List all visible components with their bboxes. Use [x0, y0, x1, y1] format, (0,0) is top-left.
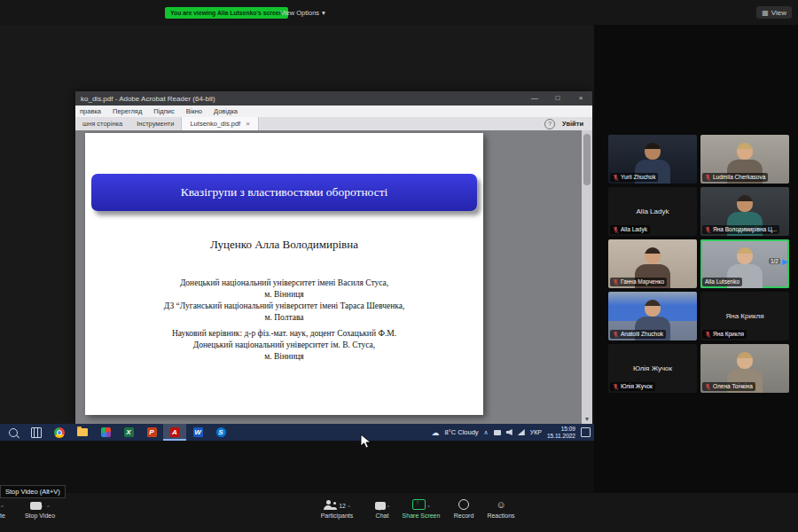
affiliation-line: Донецький національний університет імені…	[85, 278, 483, 289]
chevron-up-icon[interactable]: ^	[1, 505, 4, 510]
camera-tray-icon[interactable]	[494, 430, 501, 435]
file-explorer-icon[interactable]	[71, 424, 94, 441]
time-text: 15:09	[547, 426, 575, 433]
mute-button[interactable]: ^ Mute	[0, 498, 16, 519]
participant-tile[interactable]: Яна Крикля Яна Крикля	[700, 292, 789, 340]
participant-tile[interactable]: Олена Тоічкіна	[700, 344, 789, 393]
help-icon[interactable]: ?	[544, 119, 555, 129]
share-screen-icon	[412, 499, 426, 510]
participant-name-label: Yurii Zhuchok	[610, 173, 658, 182]
menu-item-edit[interactable]: правка	[80, 107, 101, 115]
view-button[interactable]: ▦ View	[756, 6, 792, 19]
powerpoint-icon[interactable]	[140, 424, 163, 441]
chat-button[interactable]: ^ Chat	[365, 498, 399, 519]
close-tab-icon[interactable]: ×	[246, 120, 250, 128]
view-options-button[interactable]: View Options ▾	[280, 7, 325, 19]
participant-display-name: Яна Крикля	[700, 311, 789, 319]
document-area[interactable]: Квазігрупи з властивостями оборотності Л…	[75, 130, 582, 424]
record-button[interactable]: Record	[447, 498, 481, 519]
weather-text[interactable]: 8°C Cloudy	[445, 428, 479, 436]
view-button-label: View	[771, 9, 786, 17]
affiliation-line: м. Полтава	[85, 312, 483, 324]
scrollbar-thumb[interactable]	[583, 134, 591, 185]
participant-tile[interactable]: Yurii Zhuchok	[608, 135, 697, 184]
participant-name: Яна Володимирівна Ц...	[713, 225, 777, 234]
participant-tile[interactable]: Ганна Марченко	[608, 239, 697, 288]
video-page-indicator: 1/2	[769, 258, 780, 264]
muted-mic-icon	[705, 226, 711, 234]
participant-tile[interactable]: Юлія Жучок Юлія Жучок	[608, 344, 697, 393]
participants-button[interactable]: 12^ Participants	[310, 498, 364, 519]
excel-glyph-icon	[124, 427, 134, 437]
participant-tile-active-speaker[interactable]: 1/2 ▶ Alla Lutsenko	[700, 239, 789, 288]
chevron-up-icon[interactable]: ^	[47, 505, 50, 510]
participant-name-label: Ludmila Cherkasova	[702, 173, 768, 182]
speaker-icon[interactable]	[506, 429, 512, 435]
participant-display-name: Юлія Жучок	[608, 364, 697, 372]
participant-tile[interactable]: Alla Ladyk Alla Ladyk	[608, 187, 697, 236]
muted-mic-icon	[705, 174, 711, 182]
stop-video-button[interactable]: ^ Stop Video	[18, 498, 62, 519]
reactions-icon: ☺	[496, 500, 505, 510]
acrobat-icon[interactable]	[163, 424, 186, 441]
acrobat-title-bar[interactable]: ko_dis.pdf - Adobe Acrobat Reader (64-bi…	[75, 91, 592, 106]
search-icon[interactable]	[2, 424, 25, 441]
hidden-icons-chevron[interactable]: ∧	[484, 429, 489, 436]
chrome-logo-icon	[54, 427, 65, 438]
acrobat-glyph-icon	[170, 427, 180, 437]
participants-count: 12	[339, 503, 346, 510]
word-glyph-icon	[193, 427, 203, 437]
menu-item-window[interactable]: Вікно	[186, 107, 202, 115]
stop-video-label: Stop Video	[25, 512, 55, 519]
language-indicator[interactable]: УКР	[530, 429, 542, 435]
supervisor-block: Науковий керівник: д-р фіз.-мат. наук, д…	[85, 328, 483, 363]
tab-tools[interactable]: Інструменти	[129, 117, 181, 130]
mouse-cursor	[360, 434, 372, 450]
affiliation-line: м. Вінниця	[85, 289, 483, 301]
menu-item-view[interactable]: Перегляд	[113, 107, 142, 115]
excel-icon[interactable]	[117, 424, 140, 441]
close-button[interactable]: ×	[569, 91, 592, 106]
word-icon[interactable]	[186, 424, 209, 441]
chevron-up-icon[interactable]: ^	[427, 505, 430, 510]
acrobat-menu-bar: правка Перегляд Підпис Вікно Довідка	[75, 106, 592, 117]
participant-name-label: Anatolii Zhuchok	[610, 330, 666, 339]
windows-taskbar: ☁ 8°C Cloudy ∧ УКР 15:09 15.11.2022	[0, 424, 594, 441]
participants-label: Participants	[321, 512, 354, 519]
menu-item-sign[interactable]: Підпис	[153, 107, 174, 115]
scrollbar[interactable]: ▾	[582, 130, 592, 424]
date-text: 15.11.2022	[547, 433, 575, 440]
minimize-button[interactable]: —	[523, 91, 546, 106]
chrome-icon[interactable]	[48, 424, 71, 441]
powerpoint-glyph-icon	[147, 427, 157, 437]
screen-share-banner: You are viewing Alla Lutsenko's screen	[165, 7, 288, 19]
share-screen-label: Share Screen	[403, 512, 441, 519]
photos-icon[interactable]	[94, 424, 117, 441]
reactions-label: Reactions	[487, 512, 514, 519]
chevron-up-icon[interactable]: ^	[387, 505, 390, 510]
window-controls: — □ ×	[523, 91, 592, 106]
participant-tile[interactable]: Anatolii Zhuchok	[608, 292, 697, 340]
maximize-button[interactable]: □	[546, 91, 569, 106]
next-videos-icon[interactable]: ▶	[782, 257, 788, 266]
share-screen-button[interactable]: ^ Share Screen	[397, 498, 445, 519]
scroll-down-icon[interactable]: ▾	[582, 415, 592, 423]
participant-name-label: Alla Lutsenko	[702, 278, 742, 286]
participant-tile[interactable]: Ludmila Cherkasova	[700, 135, 789, 184]
tab-bar-spacer	[259, 117, 544, 130]
tab-home[interactable]: шня сторінка	[75, 117, 129, 130]
network-icon[interactable]	[518, 429, 525, 435]
sign-in-button[interactable]: Увійти	[562, 120, 583, 128]
action-center-icon[interactable]	[581, 427, 591, 437]
menu-item-help[interactable]: Довідка	[214, 107, 238, 115]
participant-tile[interactable]: Яна Володимирівна Ц...	[700, 187, 789, 236]
clock[interactable]: 15:09 15.11.2022	[547, 426, 575, 440]
chevron-up-icon[interactable]: ^	[348, 505, 350, 510]
participant-name-label: Alla Ladyk	[610, 225, 650, 234]
reactions-button[interactable]: ☺ Reactions	[481, 498, 521, 519]
task-view-icon[interactable]	[25, 424, 48, 441]
tab-document[interactable]: Lutsenko_dis.pdf ×	[181, 117, 258, 130]
taskbar-apps	[2, 424, 232, 441]
skype-icon[interactable]	[209, 424, 232, 441]
muted-mic-icon	[705, 383, 711, 391]
